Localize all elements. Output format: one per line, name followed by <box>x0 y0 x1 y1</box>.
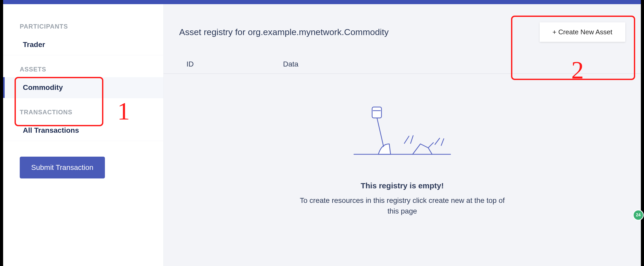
empty-title: This registry is empty! <box>164 181 641 190</box>
section-transactions-label: TRANSACTIONS <box>3 98 163 120</box>
empty-state: This registry is empty! To create resour… <box>164 105 641 216</box>
shovel-icon <box>353 105 452 158</box>
sidebar-item-commodity[interactable]: Commodity <box>3 77 163 98</box>
sidebar-item-trader[interactable]: Trader <box>3 34 163 55</box>
submit-transaction-button[interactable]: Submit Transaction <box>20 157 105 178</box>
svg-line-1 <box>428 143 433 148</box>
svg-rect-3 <box>372 107 381 118</box>
app-viewport: PARTICIPANTS Trader ASSETS Commodity TRA… <box>3 0 641 266</box>
section-participants-label: PARTICIPANTS <box>3 4 163 34</box>
svg-line-2 <box>376 115 384 147</box>
top-bar <box>3 0 641 4</box>
column-data: Data <box>283 60 625 68</box>
svg-line-7 <box>435 138 440 144</box>
sidebar: PARTICIPANTS Trader ASSETS Commodity TRA… <box>3 4 164 266</box>
submit-wrap: Submit Transaction <box>3 141 163 194</box>
table-header: ID Data <box>164 60 641 74</box>
main-content: Asset registry for org.example.mynetwork… <box>164 4 641 266</box>
notification-badge[interactable]: 24 <box>634 210 643 220</box>
create-new-asset-button[interactable]: + Create New Asset <box>540 22 626 42</box>
section-assets-label: ASSETS <box>3 55 163 77</box>
body-row: PARTICIPANTS Trader ASSETS Commodity TRA… <box>3 4 641 266</box>
page-title: Asset registry for org.example.mynetwork… <box>179 27 389 37</box>
column-id: ID <box>179 60 283 68</box>
svg-line-6 <box>411 136 413 143</box>
sidebar-item-all-transactions[interactable]: All Transactions <box>3 120 163 141</box>
svg-line-5 <box>404 136 409 143</box>
empty-subtitle: To create resources in this registry cli… <box>296 195 509 216</box>
svg-line-8 <box>441 139 444 145</box>
header-row: Asset registry for org.example.mynetwork… <box>164 4 641 52</box>
